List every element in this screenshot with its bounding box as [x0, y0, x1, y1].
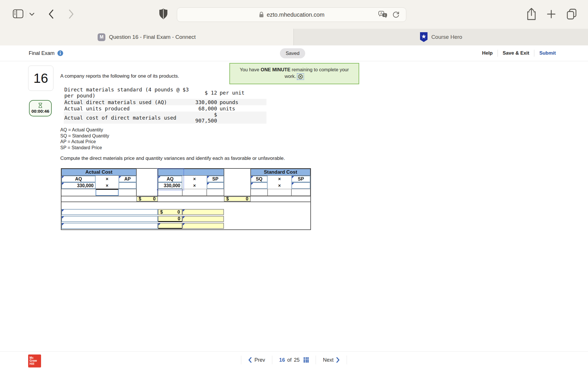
cell-mid-aq-label[interactable]: AQ [158, 176, 182, 182]
chevron-down-icon[interactable] [29, 13, 34, 16]
facts-table: Direct materials standard (4 pounds @ $3… [64, 86, 266, 124]
share-icon[interactable] [526, 7, 537, 21]
empty-cell [207, 189, 224, 196]
mheducation-favicon: M [98, 33, 105, 41]
times-sign: × [268, 182, 291, 189]
divider [241, 356, 241, 364]
tab-title: Question 16 - Final Exam - Connect [109, 34, 196, 40]
times-sign: × [182, 176, 207, 182]
price-variance-direction-input[interactable] [182, 209, 224, 215]
footer: Mc Graw Hill Prev 16 of 25 Next [0, 351, 588, 368]
table-row: Actual direct materials used (AQ) 330,00… [64, 99, 266, 105]
divider [534, 50, 534, 57]
url-text: ezto.mheducation.com [267, 12, 324, 18]
chevron-left-icon [248, 357, 252, 363]
help-button[interactable]: Help [482, 50, 493, 56]
cell-standard-sp-label[interactable]: SP [291, 176, 310, 182]
cell-mid-sp-value[interactable] [207, 182, 224, 189]
sidebar-toggle-icon[interactable] [13, 9, 24, 18]
definition-line: SP = Standard Price [60, 145, 109, 151]
times-sign: × [182, 182, 207, 189]
alert-close-icon[interactable] [297, 73, 304, 80]
total-variance-amount [158, 223, 182, 229]
url-bar[interactable]: ezto.mheducation.com Ax [177, 7, 406, 22]
privacy-shield-icon[interactable] [158, 8, 168, 20]
reload-icon[interactable] [392, 11, 400, 18]
question-map-icon[interactable] [303, 357, 309, 363]
svg-text:x: x [384, 14, 386, 17]
divider [316, 356, 316, 364]
forward-icon[interactable] [68, 9, 74, 19]
question-intro: A company reports the following for one … [60, 73, 179, 79]
total-variance-label-input[interactable] [61, 223, 158, 229]
submit-button[interactable]: Submit [539, 50, 556, 56]
table-row: Direct materials standard (4 pounds @ $3… [64, 86, 266, 99]
empty-cell [158, 189, 182, 196]
question-number: 16 [28, 66, 53, 91]
alert-text-bold: ONE MINUTE [261, 67, 291, 72]
price-variance-subtotal: $0 [136, 196, 158, 202]
tab-question-16[interactable]: M Question 16 - Final Exam - Connect [0, 29, 293, 45]
cell-standard-sq-label[interactable]: SQ [251, 176, 268, 182]
cell-mid-aq-value[interactable]: 330,000 [158, 182, 182, 189]
cell-actual-aq-label[interactable]: AQ [61, 176, 96, 182]
next-button[interactable]: Next [323, 357, 340, 363]
cell-actual-ap-label[interactable]: AP [119, 176, 136, 182]
timer: 00:00:46 [29, 100, 52, 116]
definition-line: SQ = Standard Quantity [60, 133, 109, 139]
table-row: Actual units produced 68,000 units [64, 105, 266, 112]
lock-icon [259, 12, 264, 18]
quantity-variance-direction-input[interactable] [182, 216, 224, 222]
cell-actual-ap-value[interactable] [119, 182, 136, 189]
translate-icon[interactable]: Ax [378, 11, 388, 18]
grid-line [61, 202, 310, 202]
table-row: Actual cost of direct materials used $ 9… [64, 112, 266, 124]
course-hero-favicon [420, 32, 428, 42]
variance-worksheet: Actual Cost Standard Cost AQ × AP AQ × S… [61, 168, 311, 230]
alert-text: You have [240, 67, 261, 72]
divider [272, 356, 272, 364]
current-page: 16 [279, 357, 285, 363]
price-variance-amount: $0 [158, 209, 182, 215]
definition-line: AQ = Actual Quantity [60, 127, 109, 133]
mcgraw-hill-logo: Mc Graw Hill [28, 354, 41, 367]
tab-overview-icon[interactable] [566, 8, 577, 20]
browser-window: ezto.mheducation.com Ax M Question 16 - … [0, 0, 588, 368]
divider [498, 50, 498, 57]
quantity-variance-amount: 0 [158, 216, 182, 222]
quantity-variance-subtotal: $0 [224, 196, 251, 202]
save-and-exit-button[interactable]: Save & Exit [503, 50, 529, 56]
cell-actual-aq-value[interactable]: 330,000 [61, 182, 96, 189]
tab-course-hero[interactable]: Course Hero [293, 29, 588, 45]
total-variance-direction-input[interactable] [182, 223, 224, 229]
cell-mid-sp-label[interactable]: SP [207, 176, 224, 182]
tab-title: Course Hero [431, 34, 462, 40]
empty-cell [182, 189, 207, 196]
divider [347, 356, 347, 364]
quantity-variance-label-input[interactable] [61, 216, 158, 222]
price-variance-label-input[interactable] [61, 209, 158, 215]
prev-button[interactable]: Prev [248, 357, 265, 363]
info-icon[interactable] [57, 50, 63, 56]
time-remaining-alert: You have ONE MINUTE remaining to complet… [229, 63, 359, 84]
abbreviation-definitions: AQ = Actual Quantity SQ = Standard Quant… [60, 127, 109, 151]
times-sign: × [96, 182, 119, 189]
empty-cell [291, 189, 310, 196]
toolbar-divider [26, 11, 26, 18]
standard-cost-header: Standard Cost [251, 169, 310, 176]
cell-standard-sq-value[interactable] [251, 182, 268, 189]
exam-title: Final Exam [29, 50, 55, 56]
svg-text:A: A [380, 12, 382, 15]
actual-cost-header: Actual Cost [61, 169, 136, 176]
pagination-nav: Prev 16 of 25 Next [241, 352, 347, 368]
page-indicator: 16 of 25 [279, 357, 309, 363]
question-prompt: Compute the direct materials price and q… [60, 156, 285, 161]
times-sign: × [96, 176, 119, 182]
cell-standard-sp-value[interactable] [291, 182, 310, 189]
times-sign: × [268, 176, 291, 182]
new-tab-icon[interactable] [547, 9, 556, 19]
alert-text: remaining to complete your work. [285, 67, 349, 79]
active-input-cell[interactable] [96, 189, 119, 196]
middle-header [158, 169, 224, 176]
back-icon[interactable] [48, 9, 54, 19]
